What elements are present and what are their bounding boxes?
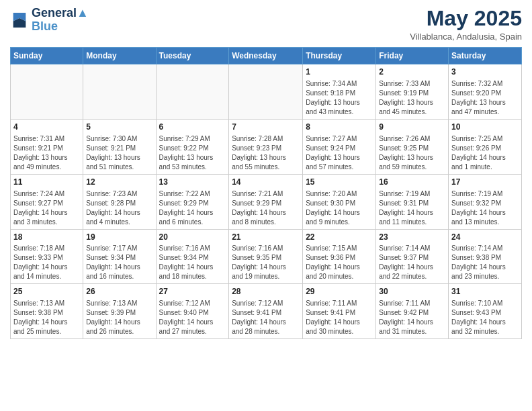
day-detail: Sunrise: 7:13 AM Sunset: 9:38 PM Dayligh… bbox=[13, 299, 80, 336]
calendar-cell: 8Sunrise: 7:27 AM Sunset: 9:24 PM Daylig… bbox=[303, 119, 376, 174]
day-number: 6 bbox=[159, 122, 226, 133]
calendar-cell bbox=[83, 64, 156, 120]
calendar-cell: 3Sunrise: 7:32 AM Sunset: 9:20 PM Daylig… bbox=[449, 64, 522, 120]
day-detail: Sunrise: 7:15 AM Sunset: 9:36 PM Dayligh… bbox=[306, 244, 373, 281]
calendar-cell bbox=[156, 64, 229, 120]
day-number: 25 bbox=[13, 286, 80, 298]
day-detail: Sunrise: 7:18 AM Sunset: 9:33 PM Dayligh… bbox=[13, 244, 80, 281]
day-number: 3 bbox=[451, 66, 519, 78]
day-detail: Sunrise: 7:19 AM Sunset: 9:31 PM Dayligh… bbox=[379, 189, 445, 227]
day-number: 2 bbox=[379, 66, 445, 78]
calendar-cell: 21Sunrise: 7:16 AM Sunset: 9:35 PM Dayli… bbox=[229, 229, 303, 284]
day-detail: Sunrise: 7:24 AM Sunset: 9:27 PM Dayligh… bbox=[13, 189, 80, 227]
day-detail: Sunrise: 7:13 AM Sunset: 9:39 PM Dayligh… bbox=[86, 299, 152, 336]
page: General▲ Blue May 2025 Villablanca, Anda… bbox=[0, 0, 532, 411]
day-number: 24 bbox=[451, 232, 519, 243]
day-detail: Sunrise: 7:25 AM Sunset: 9:26 PM Dayligh… bbox=[451, 134, 519, 172]
title-block: May 2025 Villablanca, Andalusia, Spain bbox=[410, 7, 522, 42]
calendar-cell: 9Sunrise: 7:26 AM Sunset: 9:25 PM Daylig… bbox=[376, 119, 449, 174]
calendar-cell: 27Sunrise: 7:12 AM Sunset: 9:40 PM Dayli… bbox=[156, 284, 229, 339]
weekday-header-wednesday: Wednesday bbox=[229, 48, 303, 64]
day-number: 27 bbox=[159, 286, 226, 298]
day-detail: Sunrise: 7:12 AM Sunset: 9:40 PM Dayligh… bbox=[159, 299, 226, 336]
day-number: 21 bbox=[232, 232, 300, 243]
calendar-cell bbox=[11, 64, 83, 120]
header: General▲ Blue May 2025 Villablanca, Anda… bbox=[10, 7, 522, 42]
day-number: 22 bbox=[306, 232, 373, 243]
calendar-week-2: 11Sunrise: 7:24 AM Sunset: 9:27 PM Dayli… bbox=[11, 174, 522, 229]
calendar-cell: 7Sunrise: 7:28 AM Sunset: 9:23 PM Daylig… bbox=[229, 119, 303, 174]
day-detail: Sunrise: 7:34 AM Sunset: 9:18 PM Dayligh… bbox=[306, 79, 373, 117]
calendar-week-3: 18Sunrise: 7:18 AM Sunset: 9:33 PM Dayli… bbox=[11, 229, 522, 284]
day-number: 14 bbox=[232, 177, 300, 188]
calendar-cell: 17Sunrise: 7:19 AM Sunset: 9:32 PM Dayli… bbox=[449, 174, 522, 229]
day-number: 20 bbox=[159, 232, 226, 243]
day-number: 31 bbox=[451, 286, 519, 298]
day-detail: Sunrise: 7:22 AM Sunset: 9:29 PM Dayligh… bbox=[159, 189, 226, 227]
day-detail: Sunrise: 7:11 AM Sunset: 9:41 PM Dayligh… bbox=[306, 299, 373, 336]
day-number: 1 bbox=[306, 66, 373, 78]
location-subtitle: Villablanca, Andalusia, Spain bbox=[410, 32, 522, 42]
calendar-week-0: 1Sunrise: 7:34 AM Sunset: 9:18 PM Daylig… bbox=[11, 64, 522, 120]
day-detail: Sunrise: 7:29 AM Sunset: 9:22 PM Dayligh… bbox=[159, 134, 226, 172]
day-number: 10 bbox=[451, 122, 519, 133]
calendar-cell: 20Sunrise: 7:16 AM Sunset: 9:34 PM Dayli… bbox=[156, 229, 229, 284]
calendar-cell: 18Sunrise: 7:18 AM Sunset: 9:33 PM Dayli… bbox=[11, 229, 83, 284]
day-number: 30 bbox=[379, 286, 445, 298]
calendar-cell: 26Sunrise: 7:13 AM Sunset: 9:39 PM Dayli… bbox=[83, 284, 156, 339]
day-detail: Sunrise: 7:20 AM Sunset: 9:30 PM Dayligh… bbox=[306, 189, 373, 227]
day-number: 12 bbox=[86, 177, 152, 188]
calendar-week-4: 25Sunrise: 7:13 AM Sunset: 9:38 PM Dayli… bbox=[11, 284, 522, 339]
day-number: 4 bbox=[13, 122, 80, 133]
weekday-header-sunday: Sunday bbox=[11, 48, 83, 64]
day-detail: Sunrise: 7:31 AM Sunset: 9:21 PM Dayligh… bbox=[13, 134, 80, 172]
day-number: 16 bbox=[379, 177, 445, 188]
logo-icon bbox=[10, 11, 29, 30]
calendar-cell: 29Sunrise: 7:11 AM Sunset: 9:41 PM Dayli… bbox=[303, 284, 376, 339]
day-number: 15 bbox=[306, 177, 373, 188]
day-detail: Sunrise: 7:16 AM Sunset: 9:34 PM Dayligh… bbox=[159, 244, 226, 281]
calendar-cell: 10Sunrise: 7:25 AM Sunset: 9:26 PM Dayli… bbox=[449, 119, 522, 174]
calendar-cell: 15Sunrise: 7:20 AM Sunset: 9:30 PM Dayli… bbox=[303, 174, 376, 229]
day-number: 29 bbox=[306, 286, 373, 298]
calendar-week-1: 4Sunrise: 7:31 AM Sunset: 9:21 PM Daylig… bbox=[11, 119, 522, 174]
calendar-cell: 4Sunrise: 7:31 AM Sunset: 9:21 PM Daylig… bbox=[11, 119, 83, 174]
day-detail: Sunrise: 7:14 AM Sunset: 9:37 PM Dayligh… bbox=[379, 244, 445, 281]
weekday-header-row: SundayMondayTuesdayWednesdayThursdayFrid… bbox=[11, 48, 522, 64]
day-number: 18 bbox=[13, 232, 80, 243]
day-detail: Sunrise: 7:30 AM Sunset: 9:21 PM Dayligh… bbox=[86, 134, 152, 172]
day-detail: Sunrise: 7:11 AM Sunset: 9:42 PM Dayligh… bbox=[379, 299, 445, 336]
day-detail: Sunrise: 7:17 AM Sunset: 9:34 PM Dayligh… bbox=[86, 244, 152, 281]
calendar-cell: 13Sunrise: 7:22 AM Sunset: 9:29 PM Dayli… bbox=[156, 174, 229, 229]
calendar-cell: 25Sunrise: 7:13 AM Sunset: 9:38 PM Dayli… bbox=[11, 284, 83, 339]
day-number: 11 bbox=[13, 177, 80, 188]
day-number: 26 bbox=[86, 286, 152, 298]
calendar-cell: 30Sunrise: 7:11 AM Sunset: 9:42 PM Dayli… bbox=[376, 284, 449, 339]
calendar-cell: 19Sunrise: 7:17 AM Sunset: 9:34 PM Dayli… bbox=[83, 229, 156, 284]
day-detail: Sunrise: 7:33 AM Sunset: 9:19 PM Dayligh… bbox=[379, 79, 445, 117]
calendar-cell bbox=[229, 64, 303, 120]
day-number: 7 bbox=[232, 122, 300, 133]
calendar-cell: 22Sunrise: 7:15 AM Sunset: 9:36 PM Dayli… bbox=[303, 229, 376, 284]
calendar-cell: 6Sunrise: 7:29 AM Sunset: 9:22 PM Daylig… bbox=[156, 119, 229, 174]
calendar-cell: 31Sunrise: 7:10 AM Sunset: 9:43 PM Dayli… bbox=[449, 284, 522, 339]
day-detail: Sunrise: 7:28 AM Sunset: 9:23 PM Dayligh… bbox=[232, 134, 300, 172]
day-detail: Sunrise: 7:32 AM Sunset: 9:20 PM Dayligh… bbox=[451, 79, 519, 117]
calendar-cell: 5Sunrise: 7:30 AM Sunset: 9:21 PM Daylig… bbox=[83, 119, 156, 174]
day-detail: Sunrise: 7:10 AM Sunset: 9:43 PM Dayligh… bbox=[451, 299, 519, 336]
weekday-header-saturday: Saturday bbox=[449, 48, 522, 64]
day-number: 17 bbox=[451, 177, 519, 188]
day-detail: Sunrise: 7:16 AM Sunset: 9:35 PM Dayligh… bbox=[232, 244, 300, 281]
month-title: May 2025 bbox=[410, 7, 522, 30]
calendar-cell: 11Sunrise: 7:24 AM Sunset: 9:27 PM Dayli… bbox=[11, 174, 83, 229]
weekday-header-tuesday: Tuesday bbox=[156, 48, 229, 64]
day-number: 19 bbox=[86, 232, 152, 243]
day-detail: Sunrise: 7:27 AM Sunset: 9:24 PM Dayligh… bbox=[306, 134, 373, 172]
day-number: 5 bbox=[86, 122, 152, 133]
calendar-cell: 23Sunrise: 7:14 AM Sunset: 9:37 PM Dayli… bbox=[376, 229, 449, 284]
calendar-cell: 1Sunrise: 7:34 AM Sunset: 9:18 PM Daylig… bbox=[303, 64, 376, 120]
day-number: 28 bbox=[232, 286, 300, 298]
day-detail: Sunrise: 7:19 AM Sunset: 9:32 PM Dayligh… bbox=[451, 189, 519, 227]
day-number: 8 bbox=[306, 122, 373, 133]
weekday-header-thursday: Thursday bbox=[303, 48, 376, 64]
